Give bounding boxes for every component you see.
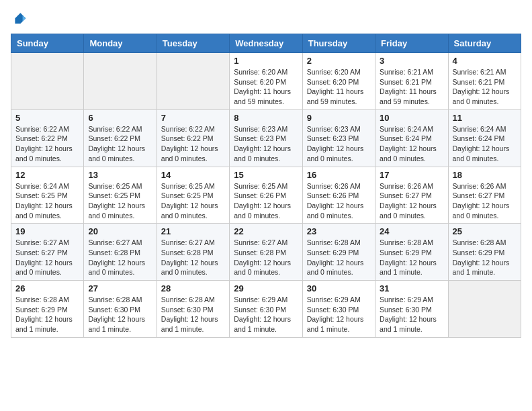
calendar-week-2: 5Sunrise: 6:22 AM Sunset: 6:22 PM Daylig… xyxy=(11,109,521,167)
day-number: 18 xyxy=(453,170,517,180)
day-info: Sunrise: 6:22 AM Sunset: 6:22 PM Dayligh… xyxy=(161,124,225,164)
day-number: 4 xyxy=(453,56,517,66)
day-number: 19 xyxy=(15,226,79,236)
day-info: Sunrise: 6:28 AM Sunset: 6:29 PM Dayligh… xyxy=(15,295,79,334)
calendar-cell: 18Sunrise: 6:26 AM Sunset: 6:27 PM Dayli… xyxy=(448,167,521,224)
day-number: 20 xyxy=(88,226,152,236)
day-info: Sunrise: 6:27 AM Sunset: 6:28 PM Dayligh… xyxy=(161,238,225,277)
day-number: 15 xyxy=(234,170,298,180)
logo-icon xyxy=(11,11,27,27)
svg-marker-1 xyxy=(23,15,26,21)
weekday-header-monday: Monday xyxy=(84,34,157,53)
day-info: Sunrise: 6:25 AM Sunset: 6:25 PM Dayligh… xyxy=(161,181,225,221)
day-info: Sunrise: 6:27 AM Sunset: 6:27 PM Dayligh… xyxy=(15,238,79,277)
calendar-cell: 29Sunrise: 6:29 AM Sunset: 6:30 PM Dayli… xyxy=(230,281,302,338)
day-info: Sunrise: 6:29 AM Sunset: 6:30 PM Dayligh… xyxy=(234,295,298,334)
day-number: 28 xyxy=(161,283,225,293)
calendar-cell: 20Sunrise: 6:27 AM Sunset: 6:28 PM Dayli… xyxy=(84,224,157,281)
calendar-cell: 28Sunrise: 6:28 AM Sunset: 6:30 PM Dayli… xyxy=(157,281,229,338)
day-info: Sunrise: 6:29 AM Sunset: 6:30 PM Dayligh… xyxy=(380,295,443,334)
day-info: Sunrise: 6:23 AM Sunset: 6:23 PM Dayligh… xyxy=(307,124,371,164)
day-number: 23 xyxy=(307,226,371,236)
calendar-cell: 9Sunrise: 6:23 AM Sunset: 6:23 PM Daylig… xyxy=(302,109,375,167)
calendar-cell xyxy=(11,53,84,110)
day-number: 14 xyxy=(161,170,225,180)
calendar-cell: 5Sunrise: 6:22 AM Sunset: 6:22 PM Daylig… xyxy=(11,109,84,167)
calendar-cell: 1Sunrise: 6:20 AM Sunset: 6:20 PM Daylig… xyxy=(230,53,302,110)
calendar-cell: 4Sunrise: 6:21 AM Sunset: 6:21 PM Daylig… xyxy=(448,53,521,110)
calendar-cell xyxy=(448,281,521,338)
calendar-week-5: 26Sunrise: 6:28 AM Sunset: 6:29 PM Dayli… xyxy=(11,281,521,338)
day-info: Sunrise: 6:26 AM Sunset: 6:26 PM Dayligh… xyxy=(307,181,371,221)
day-info: Sunrise: 6:29 AM Sunset: 6:30 PM Dayligh… xyxy=(307,295,371,334)
weekday-header-row: SundayMondayTuesdayWednesdayThursdayFrid… xyxy=(11,34,521,53)
day-info: Sunrise: 6:22 AM Sunset: 6:22 PM Dayligh… xyxy=(15,124,79,164)
calendar-week-3: 12Sunrise: 6:24 AM Sunset: 6:25 PM Dayli… xyxy=(11,167,521,224)
day-info: Sunrise: 6:23 AM Sunset: 6:23 PM Dayligh… xyxy=(234,124,298,164)
day-number: 21 xyxy=(161,226,225,236)
weekday-header-saturday: Saturday xyxy=(448,34,521,53)
calendar-cell: 16Sunrise: 6:26 AM Sunset: 6:26 PM Dayli… xyxy=(302,167,375,224)
calendar-cell: 14Sunrise: 6:25 AM Sunset: 6:25 PM Dayli… xyxy=(157,167,229,224)
day-number: 3 xyxy=(380,56,443,66)
calendar-cell: 26Sunrise: 6:28 AM Sunset: 6:29 PM Dayli… xyxy=(11,281,84,338)
calendar-cell: 8Sunrise: 6:23 AM Sunset: 6:23 PM Daylig… xyxy=(230,109,302,167)
day-number: 17 xyxy=(380,170,443,180)
calendar-cell: 27Sunrise: 6:28 AM Sunset: 6:30 PM Dayli… xyxy=(84,281,157,338)
day-info: Sunrise: 6:24 AM Sunset: 6:25 PM Dayligh… xyxy=(15,181,79,221)
day-number: 13 xyxy=(88,170,152,180)
calendar-cell: 15Sunrise: 6:25 AM Sunset: 6:26 PM Dayli… xyxy=(230,167,302,224)
day-info: Sunrise: 6:26 AM Sunset: 6:27 PM Dayligh… xyxy=(453,181,517,221)
day-info: Sunrise: 6:28 AM Sunset: 6:29 PM Dayligh… xyxy=(380,238,443,277)
calendar-week-4: 19Sunrise: 6:27 AM Sunset: 6:27 PM Dayli… xyxy=(11,224,521,281)
calendar-cell: 17Sunrise: 6:26 AM Sunset: 6:27 PM Dayli… xyxy=(375,167,448,224)
calendar-week-1: 1Sunrise: 6:20 AM Sunset: 6:20 PM Daylig… xyxy=(11,53,521,110)
day-number: 11 xyxy=(453,113,517,123)
calendar-cell: 24Sunrise: 6:28 AM Sunset: 6:29 PM Dayli… xyxy=(375,224,448,281)
weekday-header-wednesday: Wednesday xyxy=(230,34,302,53)
calendar-cell: 11Sunrise: 6:24 AM Sunset: 6:24 PM Dayli… xyxy=(448,109,521,167)
calendar-cell: 12Sunrise: 6:24 AM Sunset: 6:25 PM Dayli… xyxy=(11,167,84,224)
calendar-cell: 21Sunrise: 6:27 AM Sunset: 6:28 PM Dayli… xyxy=(157,224,229,281)
day-number: 25 xyxy=(453,226,517,236)
day-info: Sunrise: 6:21 AM Sunset: 6:21 PM Dayligh… xyxy=(453,67,517,107)
day-number: 30 xyxy=(307,283,371,293)
day-info: Sunrise: 6:24 AM Sunset: 6:24 PM Dayligh… xyxy=(380,124,443,164)
day-number: 16 xyxy=(307,170,371,180)
calendar-cell: 13Sunrise: 6:25 AM Sunset: 6:25 PM Dayli… xyxy=(84,167,157,224)
calendar-cell: 6Sunrise: 6:22 AM Sunset: 6:22 PM Daylig… xyxy=(84,109,157,167)
calendar-cell: 23Sunrise: 6:28 AM Sunset: 6:29 PM Dayli… xyxy=(302,224,375,281)
day-info: Sunrise: 6:28 AM Sunset: 6:29 PM Dayligh… xyxy=(307,238,371,277)
day-info: Sunrise: 6:20 AM Sunset: 6:20 PM Dayligh… xyxy=(307,67,371,107)
day-info: Sunrise: 6:24 AM Sunset: 6:24 PM Dayligh… xyxy=(453,124,517,164)
calendar-cell: 31Sunrise: 6:29 AM Sunset: 6:30 PM Dayli… xyxy=(375,281,448,338)
calendar-cell xyxy=(84,53,157,110)
day-number: 27 xyxy=(88,283,152,293)
day-info: Sunrise: 6:21 AM Sunset: 6:21 PM Dayligh… xyxy=(380,67,443,107)
day-number: 5 xyxy=(15,113,79,123)
day-number: 10 xyxy=(380,113,443,123)
day-info: Sunrise: 6:27 AM Sunset: 6:28 PM Dayligh… xyxy=(234,238,298,277)
calendar-cell: 7Sunrise: 6:22 AM Sunset: 6:22 PM Daylig… xyxy=(157,109,229,167)
day-number: 29 xyxy=(234,283,298,293)
weekday-header-friday: Friday xyxy=(375,34,448,53)
day-number: 24 xyxy=(380,226,443,236)
day-number: 6 xyxy=(88,113,152,123)
calendar-cell: 25Sunrise: 6:28 AM Sunset: 6:29 PM Dayli… xyxy=(448,224,521,281)
day-info: Sunrise: 6:28 AM Sunset: 6:30 PM Dayligh… xyxy=(88,295,152,334)
day-info: Sunrise: 6:25 AM Sunset: 6:25 PM Dayligh… xyxy=(88,181,152,221)
calendar-cell: 10Sunrise: 6:24 AM Sunset: 6:24 PM Dayli… xyxy=(375,109,448,167)
calendar-table: SundayMondayTuesdayWednesdayThursdayFrid… xyxy=(11,34,521,338)
logo xyxy=(11,11,30,27)
page-header xyxy=(11,11,521,27)
day-info: Sunrise: 6:27 AM Sunset: 6:28 PM Dayligh… xyxy=(88,238,152,277)
day-number: 1 xyxy=(234,56,298,66)
day-info: Sunrise: 6:28 AM Sunset: 6:30 PM Dayligh… xyxy=(161,295,225,334)
day-number: 9 xyxy=(307,113,371,123)
calendar-cell: 2Sunrise: 6:20 AM Sunset: 6:20 PM Daylig… xyxy=(302,53,375,110)
calendar-cell xyxy=(157,53,229,110)
day-number: 12 xyxy=(15,170,79,180)
day-number: 31 xyxy=(380,283,443,293)
weekday-header-tuesday: Tuesday xyxy=(157,34,229,53)
calendar-cell: 19Sunrise: 6:27 AM Sunset: 6:27 PM Dayli… xyxy=(11,224,84,281)
